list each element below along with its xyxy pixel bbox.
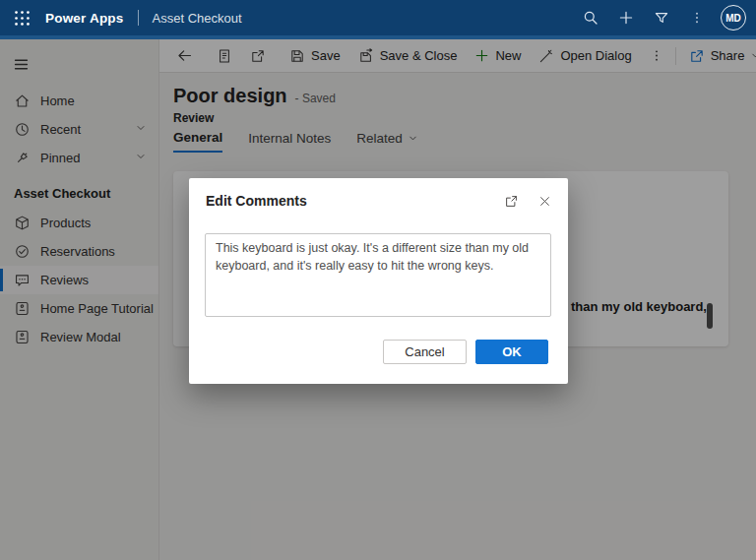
dialog-title: Edit Comments: [206, 193, 307, 209]
header-divider: [138, 10, 139, 26]
top-nav-bar: Power Apps Asset Checkout: [0, 0, 756, 35]
power-apps-window: Power Apps Asset Checkout: [0, 0, 756, 560]
waffle-icon[interactable]: [4, 0, 39, 35]
app-name: Power Apps: [45, 11, 124, 26]
environment-name[interactable]: Asset Checkout: [153, 11, 242, 26]
search-icon[interactable]: [575, 2, 606, 33]
comments-textarea[interactable]: This keyboard is just okay. It's a diffe…: [205, 233, 551, 317]
close-icon[interactable]: [535, 191, 554, 211]
avatar[interactable]: MD: [721, 5, 746, 31]
expand-dialog-icon[interactable]: [501, 191, 521, 211]
more-vertical-icon[interactable]: [681, 2, 713, 33]
edit-comments-dialog: Edit Comments This keyboard is just okay…: [189, 178, 568, 384]
cancel-button[interactable]: Cancel: [383, 340, 467, 364]
filter-icon[interactable]: [646, 2, 677, 33]
header-accent-strip: [0, 35, 756, 39]
ok-button[interactable]: OK: [475, 340, 548, 364]
add-icon[interactable]: [610, 2, 642, 33]
